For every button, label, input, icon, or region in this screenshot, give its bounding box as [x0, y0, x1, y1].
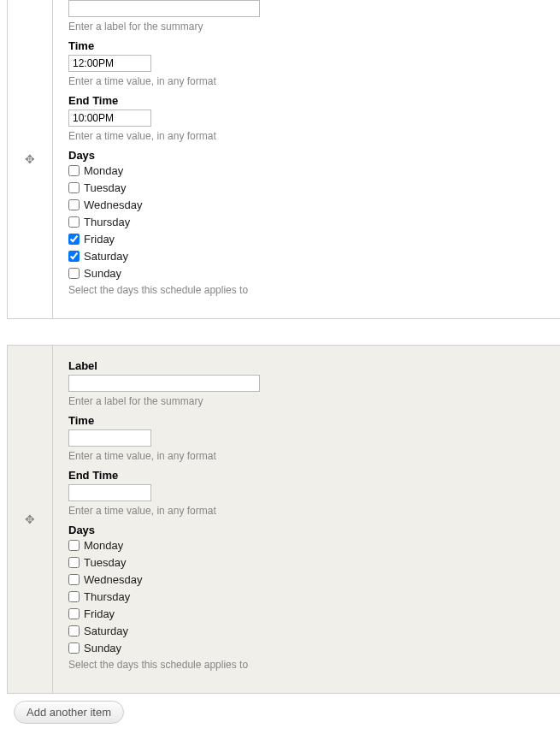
day-checkbox-row: Sunday [68, 642, 545, 654]
endtime-field: End Time Enter a time value, in any form… [53, 469, 560, 517]
day-label: Wednesday [84, 198, 142, 211]
label-input[interactable] [68, 0, 260, 17]
days-checkbox-group: MondayTuesdayWednesdayThursdayFridaySatu… [68, 539, 545, 654]
days-label: Days [68, 524, 545, 536]
day-checkbox-sunday[interactable] [68, 642, 80, 654]
label-heading: Label [68, 359, 545, 372]
day-checkbox-row: Monday [68, 164, 545, 177]
time-field: Time Enter a time value, in any format [53, 39, 560, 87]
day-label: Friday [84, 233, 115, 246]
footer: Add another item [7, 701, 560, 732]
time-help-text: Enter a time value, in any format [68, 75, 545, 87]
day-checkbox-row: Tuesday [68, 556, 545, 569]
day-checkbox-row: Friday [68, 607, 545, 620]
label-help-text: Enter a label for the summary [68, 21, 545, 33]
time-help-text: Enter a time value, in any format [68, 450, 545, 462]
schedule-item: ✥ Enter a label for the summary Time Ent… [7, 0, 560, 319]
days-label: Days [68, 149, 545, 162]
move-icon[interactable]: ✥ [25, 152, 35, 166]
day-checkbox-wednesday[interactable] [68, 199, 80, 210]
days-checkbox-group: MondayTuesdayWednesdayThursdayFridaySatu… [68, 164, 545, 280]
day-label: Sunday [84, 267, 121, 280]
day-checkbox-thursday[interactable] [68, 216, 80, 228]
time-input[interactable] [68, 55, 151, 72]
day-label: Wednesday [84, 573, 142, 586]
day-label: Friday [84, 607, 115, 620]
endtime-help-text: Enter a time value, in any format [68, 130, 545, 142]
endtime-input[interactable] [68, 110, 151, 127]
day-checkbox-row: Tuesday [68, 181, 545, 194]
endtime-input[interactable] [68, 484, 151, 501]
day-checkbox-friday[interactable] [68, 608, 80, 619]
days-field: Days MondayTuesdayWednesdayThursdayFrida… [53, 149, 560, 296]
drag-handle-column: ✥ [8, 0, 52, 318]
endtime-label: End Time [68, 94, 545, 107]
day-label: Saturday [84, 250, 128, 263]
day-checkbox-tuesday[interactable] [68, 557, 80, 568]
day-label: Monday [84, 164, 123, 177]
endtime-label: End Time [68, 469, 545, 482]
add-another-item-button[interactable]: Add another item [14, 701, 124, 724]
day-checkbox-friday[interactable] [68, 234, 80, 245]
label-field: Label Enter a label for the summary [53, 359, 560, 407]
day-label: Thursday [84, 590, 130, 603]
day-label: Tuesday [84, 556, 126, 569]
day-checkbox-row: Monday [68, 539, 545, 552]
time-input[interactable] [68, 429, 151, 447]
day-label: Thursday [84, 216, 130, 228]
days-help-text: Select the days this schedule applies to [68, 659, 545, 671]
days-field: Days MondayTuesdayWednesdayThursdayFrida… [53, 524, 560, 671]
day-checkbox-row: Friday [68, 233, 545, 246]
day-checkbox-row: Sunday [68, 267, 545, 280]
time-label: Time [68, 39, 545, 52]
label-input[interactable] [68, 375, 260, 392]
move-icon[interactable]: ✥ [25, 512, 35, 526]
day-checkbox-row: Thursday [68, 590, 545, 603]
day-checkbox-row: Wednesday [68, 573, 545, 586]
endtime-help-text: Enter a time value, in any format [68, 505, 545, 517]
label-field: Enter a label for the summary [53, 0, 560, 33]
day-label: Saturday [84, 625, 128, 637]
drag-handle-column: ✥ [8, 346, 52, 693]
day-checkbox-saturday[interactable] [68, 251, 80, 262]
time-field: Time Enter a time value, in any format [53, 414, 560, 462]
day-checkbox-monday[interactable] [68, 540, 80, 551]
day-checkbox-thursday[interactable] [68, 591, 80, 602]
day-checkbox-monday[interactable] [68, 165, 80, 176]
endtime-field: End Time Enter a time value, in any form… [53, 94, 560, 142]
days-help-text: Select the days this schedule applies to [68, 284, 545, 296]
day-label: Sunday [84, 642, 121, 654]
day-checkbox-wednesday[interactable] [68, 574, 80, 585]
day-checkbox-sunday[interactable] [68, 268, 80, 279]
day-checkbox-tuesday[interactable] [68, 182, 80, 193]
day-label: Tuesday [84, 181, 126, 194]
schedule-item: ✥ Label Enter a label for the summary Ti… [7, 345, 560, 694]
day-checkbox-row: Thursday [68, 216, 545, 228]
day-checkbox-row: Saturday [68, 625, 545, 637]
label-help-text: Enter a label for the summary [68, 395, 545, 407]
day-label: Monday [84, 539, 123, 552]
time-label: Time [68, 414, 545, 427]
day-checkbox-row: Saturday [68, 250, 545, 263]
day-checkbox-saturday[interactable] [68, 625, 80, 637]
day-checkbox-row: Wednesday [68, 198, 545, 211]
